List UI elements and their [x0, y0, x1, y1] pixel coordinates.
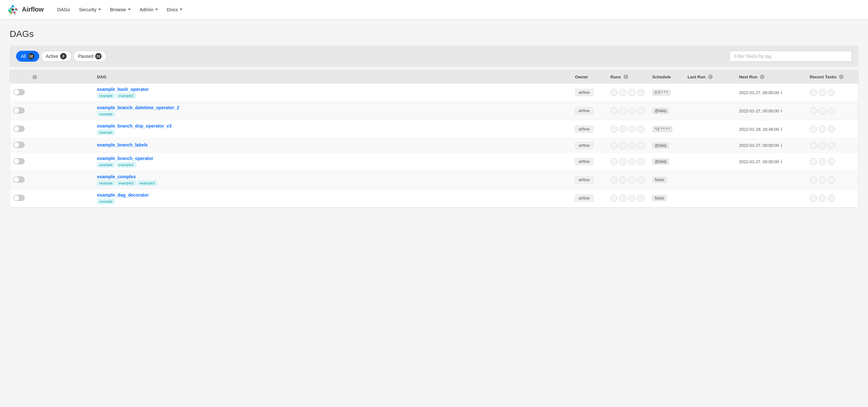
dag-toggle-cell — [10, 189, 28, 207]
brand-logo[interactable]: Airflow — [6, 3, 44, 16]
dag-name-link[interactable]: example_branch_dop_operator_v3 — [97, 123, 568, 129]
dag-owner-cell: airflow — [572, 189, 607, 207]
dag-tag[interactable]: example — [97, 93, 115, 98]
recent-task-circle — [810, 89, 817, 96]
run-circle — [628, 195, 636, 202]
dag-runs-cell — [607, 83, 649, 102]
svg-point-12 — [11, 8, 14, 11]
dag-name-link[interactable]: example_bash_operator — [97, 87, 568, 92]
table-info-icon[interactable]: i — [32, 75, 37, 79]
dag-nextrun-cell — [736, 171, 807, 189]
run-circle — [628, 158, 636, 165]
dag-lastrun-cell — [684, 171, 736, 189]
dag-lastrun-cell — [684, 102, 736, 120]
dag-toggle-example_branch_labels[interactable] — [13, 142, 25, 148]
filter-tab-paused[interactable]: Paused 32 — [73, 51, 106, 62]
next-run-text: 2022-01-27, 00:00:00 — [739, 109, 779, 113]
recent-task-circle — [828, 142, 835, 149]
dag-tag[interactable]: example — [97, 180, 115, 186]
dag-tag[interactable]: example — [97, 130, 115, 135]
nav-security[interactable]: Security — [75, 4, 105, 15]
nav-admin[interactable]: Admin — [136, 4, 162, 15]
dag-name-cell: example_branch_datetime_operator_2exampl… — [94, 102, 572, 120]
next-run-info: 2022-01-28, 16:48:00i — [739, 127, 803, 132]
nav-menu: DAGs Security Browse Admin Docs — [53, 4, 186, 15]
next-run-text: 2022-01-27, 00:00:00 — [739, 90, 779, 95]
run-circles — [611, 142, 646, 149]
nav-docs[interactable]: Docs — [163, 4, 186, 15]
lastrun-info-icon[interactable]: i — [708, 74, 713, 79]
recent-task-circle — [810, 126, 817, 133]
nav-dags[interactable]: DAGs — [53, 4, 74, 15]
row-info-cell — [28, 138, 94, 152]
dag-toggle-example_branch_operator[interactable] — [13, 158, 25, 165]
th-owner: Owner — [572, 70, 607, 83]
nav-browse[interactable]: Browse — [106, 4, 134, 15]
admin-dropdown-icon — [155, 9, 158, 10]
schedule-badge: 0 0 * * * — [652, 89, 671, 96]
toggle-slider — [13, 195, 25, 201]
nextrun-info-icon[interactable]: i — [760, 74, 765, 79]
next-run-info-icon[interactable]: i — [781, 108, 782, 113]
dag-tag[interactable]: example2 — [116, 180, 136, 186]
dag-tags: example — [97, 199, 568, 204]
dag-name-link[interactable]: example_branch_operator — [97, 156, 568, 161]
filter-tab-all[interactable]: All 32 — [16, 51, 39, 62]
next-run-info-icon[interactable]: i — [781, 159, 782, 164]
page-title: DAGs — [10, 29, 858, 39]
dag-schedule-cell: @daily — [649, 102, 684, 120]
dag-toggle-example_branch_datetime_operator_2[interactable] — [13, 107, 25, 114]
next-run-info-icon[interactable]: i — [781, 127, 782, 132]
dag-runs-cell — [607, 152, 649, 171]
filter-tab-active[interactable]: Active 0 — [41, 51, 71, 62]
dag-toggle-example_bash_operator[interactable] — [13, 89, 25, 95]
recent-task-circle — [819, 142, 826, 149]
run-circle — [638, 142, 645, 149]
runs-info-icon[interactable]: i — [624, 74, 628, 79]
run-circle — [638, 176, 645, 183]
next-run-info: 2022-01-27, 00:00:00i — [739, 108, 803, 113]
owner-badge: airflow — [575, 176, 593, 183]
run-circle — [611, 142, 618, 149]
dag-name-link[interactable]: example_complex — [97, 174, 568, 179]
dag-name-link[interactable]: example_dag_decorator — [97, 193, 568, 198]
dag-schedule-cell: 0 0 * * * — [649, 83, 684, 102]
dag-tag[interactable]: example2 — [116, 93, 136, 98]
dag-table-body: example_bash_operatorexampleexample2airf… — [10, 83, 858, 207]
dag-name-link[interactable]: example_branch_datetime_operator_2 — [97, 105, 568, 110]
recent-task-circle — [810, 142, 817, 149]
security-dropdown-icon — [98, 9, 101, 10]
dag-name-link[interactable]: example_branch_labels — [97, 142, 568, 147]
dag-runs-cell — [607, 189, 649, 207]
dag-toggle-example_dag_decorator[interactable] — [13, 195, 25, 201]
run-circle — [619, 176, 626, 183]
dag-tag[interactable]: example2 — [116, 162, 136, 167]
dag-lastrun-cell — [684, 189, 736, 207]
dag-owner-cell: airflow — [572, 171, 607, 189]
dag-tag[interactable]: example — [97, 162, 115, 167]
airflow-logo-icon — [6, 3, 19, 16]
dag-tag[interactable]: example3 — [137, 180, 157, 186]
schedule-badge: @daily — [652, 158, 669, 165]
dag-schedule-cell: @daily — [649, 152, 684, 171]
recent-task-circles — [810, 89, 855, 96]
owner-badge: airflow — [575, 142, 593, 149]
table-header-row: i DAG Owner Runs i — [10, 70, 858, 83]
next-run-info-icon[interactable]: i — [781, 90, 782, 95]
dag-toggle-example_branch_dop_operator_v3[interactable] — [13, 126, 25, 132]
run-circle — [628, 89, 636, 96]
dag-toggle-example_complex[interactable] — [13, 176, 25, 183]
filter-bar: All 32 Active 0 Paused 32 — [10, 45, 858, 67]
dag-name-cell: example_branch_labels — [94, 138, 572, 152]
next-run-info: 2022-01-27, 00:00:00i — [739, 90, 803, 95]
dag-tag[interactable]: example — [97, 111, 115, 116]
search-input[interactable] — [730, 51, 852, 62]
dag-runs-cell — [607, 171, 649, 189]
dag-tag[interactable]: example — [97, 199, 115, 204]
page-content: DAGs All 32 Active 0 Paused 32 — [0, 19, 868, 214]
run-circle — [619, 107, 626, 114]
schedule-badge: @daily — [652, 142, 669, 149]
recenttasks-info-icon[interactable]: i — [839, 74, 843, 79]
next-run-info-icon[interactable]: i — [781, 143, 782, 148]
recent-task-circle — [828, 107, 835, 114]
